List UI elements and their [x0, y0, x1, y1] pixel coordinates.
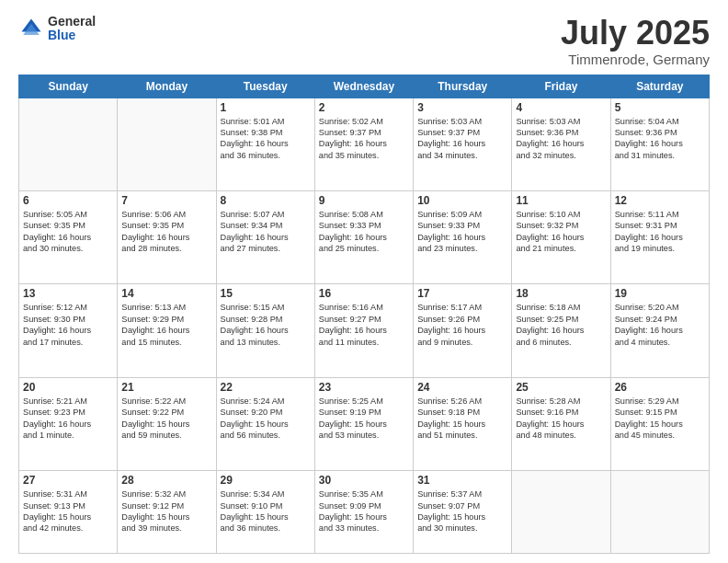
day-info: Sunrise: 5:10 AM Sunset: 9:32 PM Dayligh…: [516, 209, 606, 255]
day-number: 2: [319, 101, 409, 114]
day-number: 22: [221, 381, 311, 394]
day-number: 15: [221, 287, 311, 300]
calendar-cell: 21Sunrise: 5:22 AM Sunset: 9:22 PM Dayli…: [118, 377, 216, 470]
calendar-cell: 15Sunrise: 5:15 AM Sunset: 9:28 PM Dayli…: [216, 284, 314, 377]
day-info: Sunrise: 5:32 AM Sunset: 9:12 PM Dayligh…: [121, 488, 211, 534]
day-number: 13: [23, 287, 113, 300]
day-number: 26: [615, 381, 705, 394]
calendar-cell: 31Sunrise: 5:37 AM Sunset: 9:07 PM Dayli…: [414, 471, 512, 554]
day-info: Sunrise: 5:06 AM Sunset: 9:35 PM Dayligh…: [121, 209, 211, 255]
day-number: 16: [319, 287, 409, 300]
calendar-cell: 20Sunrise: 5:21 AM Sunset: 9:23 PM Dayli…: [19, 377, 118, 470]
day-number: 12: [615, 194, 705, 207]
calendar-cell: 24Sunrise: 5:26 AM Sunset: 9:18 PM Dayli…: [414, 377, 512, 470]
calendar-cell: 22Sunrise: 5:24 AM Sunset: 9:20 PM Dayli…: [216, 377, 314, 470]
calendar-week-2: 6Sunrise: 5:05 AM Sunset: 9:35 PM Daylig…: [19, 190, 710, 283]
calendar-week-4: 20Sunrise: 5:21 AM Sunset: 9:23 PM Dayli…: [19, 377, 710, 470]
col-thursday: Thursday: [414, 75, 512, 98]
logo-text: General Blue: [48, 15, 96, 43]
day-info: Sunrise: 5:24 AM Sunset: 9:20 PM Dayligh…: [221, 396, 311, 442]
calendar-cell: 19Sunrise: 5:20 AM Sunset: 9:24 PM Dayli…: [610, 284, 709, 377]
calendar-week-5: 27Sunrise: 5:31 AM Sunset: 9:13 PM Dayli…: [19, 471, 710, 554]
day-info: Sunrise: 5:08 AM Sunset: 9:33 PM Dayligh…: [319, 209, 409, 255]
day-info: Sunrise: 5:07 AM Sunset: 9:34 PM Dayligh…: [221, 209, 311, 255]
day-info: Sunrise: 5:21 AM Sunset: 9:23 PM Dayligh…: [23, 396, 113, 442]
day-number: 6: [23, 194, 113, 207]
header: General Blue July 2025 Timmenrode, Germa…: [18, 15, 710, 67]
calendar-cell: 6Sunrise: 5:05 AM Sunset: 9:35 PM Daylig…: [19, 190, 118, 283]
calendar-cell: 26Sunrise: 5:29 AM Sunset: 9:15 PM Dayli…: [610, 377, 709, 470]
day-number: 7: [121, 194, 211, 207]
day-number: 17: [417, 287, 507, 300]
calendar-cell: [19, 98, 118, 190]
col-wednesday: Wednesday: [314, 75, 413, 98]
logo-icon: [18, 16, 44, 41]
day-number: 8: [221, 194, 311, 207]
calendar-cell: 13Sunrise: 5:12 AM Sunset: 9:30 PM Dayli…: [19, 284, 118, 377]
day-info: Sunrise: 5:09 AM Sunset: 9:33 PM Dayligh…: [417, 209, 507, 255]
day-info: Sunrise: 5:26 AM Sunset: 9:18 PM Dayligh…: [417, 396, 507, 442]
day-info: Sunrise: 5:29 AM Sunset: 9:15 PM Dayligh…: [615, 396, 705, 442]
day-number: 5: [615, 101, 705, 114]
calendar-cell: 2Sunrise: 5:02 AM Sunset: 9:37 PM Daylig…: [314, 98, 413, 190]
day-info: Sunrise: 5:20 AM Sunset: 9:24 PM Dayligh…: [615, 302, 705, 348]
day-info: Sunrise: 5:05 AM Sunset: 9:35 PM Dayligh…: [23, 209, 113, 255]
logo: General Blue: [18, 15, 96, 43]
page: General Blue July 2025 Timmenrode, Germa…: [0, 0, 728, 563]
calendar-week-1: 1Sunrise: 5:01 AM Sunset: 9:38 PM Daylig…: [19, 98, 710, 190]
day-number: 4: [516, 101, 606, 114]
calendar-cell: 11Sunrise: 5:10 AM Sunset: 9:32 PM Dayli…: [512, 190, 610, 283]
day-info: Sunrise: 5:02 AM Sunset: 9:37 PM Dayligh…: [319, 116, 409, 162]
calendar-cell: 30Sunrise: 5:35 AM Sunset: 9:09 PM Dayli…: [314, 471, 413, 554]
day-number: 21: [121, 381, 211, 394]
calendar-cell: 3Sunrise: 5:03 AM Sunset: 9:37 PM Daylig…: [414, 98, 512, 190]
calendar-cell: 10Sunrise: 5:09 AM Sunset: 9:33 PM Dayli…: [414, 190, 512, 283]
calendar-cell: 14Sunrise: 5:13 AM Sunset: 9:29 PM Dayli…: [118, 284, 216, 377]
day-info: Sunrise: 5:03 AM Sunset: 9:37 PM Dayligh…: [417, 116, 507, 162]
day-number: 27: [23, 474, 113, 487]
subtitle: Timmenrode, Germany: [561, 52, 710, 67]
calendar-cell: 1Sunrise: 5:01 AM Sunset: 9:38 PM Daylig…: [216, 98, 314, 190]
col-monday: Monday: [118, 75, 216, 98]
calendar-cell: 25Sunrise: 5:28 AM Sunset: 9:16 PM Dayli…: [512, 377, 610, 470]
day-info: Sunrise: 5:35 AM Sunset: 9:09 PM Dayligh…: [319, 488, 409, 534]
logo-general: General: [48, 15, 96, 29]
day-info: Sunrise: 5:34 AM Sunset: 9:10 PM Dayligh…: [221, 488, 311, 534]
day-number: 14: [121, 287, 211, 300]
calendar-cell: 23Sunrise: 5:25 AM Sunset: 9:19 PM Dayli…: [314, 377, 413, 470]
main-title: July 2025: [561, 15, 710, 52]
calendar-cell: 18Sunrise: 5:18 AM Sunset: 9:25 PM Dayli…: [512, 284, 610, 377]
day-number: 20: [23, 381, 113, 394]
calendar-cell: 27Sunrise: 5:31 AM Sunset: 9:13 PM Dayli…: [19, 471, 118, 554]
day-info: Sunrise: 5:18 AM Sunset: 9:25 PM Dayligh…: [516, 302, 606, 348]
calendar-table: Sunday Monday Tuesday Wednesday Thursday…: [18, 75, 710, 554]
calendar-cell: 9Sunrise: 5:08 AM Sunset: 9:33 PM Daylig…: [314, 190, 413, 283]
calendar-cell: 5Sunrise: 5:04 AM Sunset: 9:36 PM Daylig…: [610, 98, 709, 190]
day-number: 1: [221, 101, 311, 114]
title-section: July 2025 Timmenrode, Germany: [561, 15, 710, 67]
day-info: Sunrise: 5:01 AM Sunset: 9:38 PM Dayligh…: [221, 116, 311, 162]
col-sunday: Sunday: [19, 75, 118, 98]
day-info: Sunrise: 5:11 AM Sunset: 9:31 PM Dayligh…: [615, 209, 705, 255]
day-info: Sunrise: 5:12 AM Sunset: 9:30 PM Dayligh…: [23, 302, 113, 348]
calendar-cell: [118, 98, 216, 190]
calendar-cell: 7Sunrise: 5:06 AM Sunset: 9:35 PM Daylig…: [118, 190, 216, 283]
day-info: Sunrise: 5:25 AM Sunset: 9:19 PM Dayligh…: [319, 396, 409, 442]
day-info: Sunrise: 5:31 AM Sunset: 9:13 PM Dayligh…: [23, 488, 113, 534]
day-info: Sunrise: 5:03 AM Sunset: 9:36 PM Dayligh…: [516, 116, 606, 162]
day-number: 19: [615, 287, 705, 300]
day-number: 30: [319, 474, 409, 487]
calendar-cell: [512, 471, 610, 554]
day-info: Sunrise: 5:22 AM Sunset: 9:22 PM Dayligh…: [121, 396, 211, 442]
day-info: Sunrise: 5:28 AM Sunset: 9:16 PM Dayligh…: [516, 396, 606, 442]
calendar-cell: 16Sunrise: 5:16 AM Sunset: 9:27 PM Dayli…: [314, 284, 413, 377]
calendar-cell: 8Sunrise: 5:07 AM Sunset: 9:34 PM Daylig…: [216, 190, 314, 283]
calendar-cell: 4Sunrise: 5:03 AM Sunset: 9:36 PM Daylig…: [512, 98, 610, 190]
col-saturday: Saturday: [610, 75, 709, 98]
day-number: 10: [417, 194, 507, 207]
day-number: 29: [221, 474, 311, 487]
day-number: 25: [516, 381, 606, 394]
calendar-cell: 29Sunrise: 5:34 AM Sunset: 9:10 PM Dayli…: [216, 471, 314, 554]
logo-blue: Blue: [48, 29, 96, 42]
calendar-cell: 12Sunrise: 5:11 AM Sunset: 9:31 PM Dayli…: [610, 190, 709, 283]
